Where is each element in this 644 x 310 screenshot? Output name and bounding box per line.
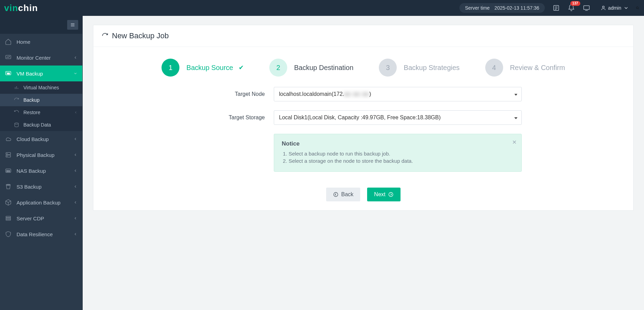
logo-part-2: chin — [18, 3, 38, 13]
chevron-left-icon — [73, 169, 77, 173]
sidebar-item-cloud-backup[interactable]: Cloud Backup — [0, 131, 82, 147]
panel-header: New Backup Job — [93, 25, 633, 47]
svg-text:NAS: NAS — [7, 170, 10, 172]
chevron-left-icon — [73, 184, 77, 189]
arrow-right-icon — [388, 192, 394, 197]
bars-icon — [14, 85, 19, 90]
stack-icon — [5, 215, 12, 222]
chevron-down-icon — [623, 5, 629, 11]
sidebar-subitem-backup[interactable]: Backup — [0, 94, 82, 106]
cloud-icon — [5, 136, 12, 142]
arrow-left-icon — [333, 192, 339, 197]
target-node-value-prefix: localhost.localdomain(172. — [279, 91, 344, 97]
svg-point-29 — [334, 192, 338, 197]
new-backup-job-panel: New Backup Job 1 Backup Source ✔ 2 Backu… — [93, 25, 634, 211]
sidebar-item-label: Backup Data — [23, 122, 51, 128]
brand-logo: vin chin — [4, 3, 38, 13]
task-list-icon[interactable] — [552, 4, 560, 12]
svg-rect-26 — [6, 216, 10, 217]
step-review-confirm[interactable]: 4 Review & Confirm — [485, 59, 565, 77]
search-icon[interactable] — [636, 1, 639, 15]
sidebar-item-label: Virtual Machines — [23, 85, 59, 90]
target-node-value-suffix: ) — [369, 91, 371, 97]
sidebar-item-label: Data Resilience — [17, 231, 53, 237]
logo-part-1: vin — [4, 3, 18, 13]
step-backup-source[interactable]: 1 Backup Source ✔ — [162, 59, 244, 77]
svg-point-7 — [636, 7, 638, 9]
target-node-label: Target Node — [205, 91, 274, 97]
target-node-select[interactable]: localhost.localdomain(172.xx xx xx) — [274, 87, 522, 101]
sidebar-item-home[interactable]: Home — [0, 34, 82, 50]
home-icon — [5, 38, 12, 45]
bucket-icon — [5, 183, 12, 190]
sidebar: Home Monitor Center VM VM Backup Virtual… — [0, 16, 83, 310]
sidebar-item-label: Physical Backup — [17, 152, 54, 158]
sidebar-item-label: VM Backup — [17, 71, 43, 77]
sidebar-item-label: Home — [17, 39, 30, 45]
svg-point-22 — [7, 156, 7, 156]
server-time-pill: Server time 2025-02-13 11:57:36 — [459, 3, 545, 13]
nas-icon: NAS — [5, 167, 12, 174]
shield-icon — [5, 231, 12, 238]
sidebar-item-data-resilience[interactable]: Data Resilience — [0, 226, 82, 242]
wizard-buttons: Back Next — [93, 182, 633, 210]
username-label: admin — [608, 5, 621, 11]
user-menu[interactable]: admin — [601, 5, 629, 11]
chevron-left-icon — [73, 232, 77, 236]
sidebar-subitem-restore[interactable]: Restore — [0, 106, 82, 119]
notice-title: Notice — [282, 140, 514, 147]
monitor-icon — [5, 54, 12, 61]
step-label: Review & Confirm — [510, 64, 565, 72]
display-icon[interactable] — [583, 4, 590, 12]
cube-icon — [5, 199, 12, 206]
next-button[interactable]: Next — [367, 188, 401, 201]
sidebar-subitem-virtual-machines[interactable]: Virtual Machines — [0, 81, 82, 94]
sidebar-item-s3-backup[interactable]: S3 Backup — [0, 179, 82, 194]
sidebar-item-label: S3 Backup — [17, 184, 42, 190]
database-icon — [14, 122, 19, 128]
notice-line: Select a backup node to run this backup … — [289, 151, 514, 157]
server-icon — [5, 151, 12, 158]
chevron-left-icon — [74, 111, 77, 114]
step-label: Backup Destination — [294, 64, 353, 72]
sidebar-item-vm-backup[interactable]: VM VM Backup — [0, 66, 82, 81]
sidebar-subitem-backup-data[interactable]: Backup Data — [0, 119, 82, 131]
undo-icon — [14, 110, 19, 115]
wizard-stepper: 1 Backup Source ✔ 2 Backup Destination 3… — [93, 47, 633, 87]
sidebar-item-application-backup[interactable]: Application Backup — [0, 194, 82, 210]
step-backup-destination[interactable]: 2 Backup Destination — [269, 59, 353, 77]
back-button[interactable]: Back — [326, 188, 361, 201]
chevron-left-icon — [73, 153, 77, 157]
svg-rect-12 — [6, 55, 11, 59]
check-icon: ✔ — [239, 64, 244, 71]
step-number: 3 — [379, 59, 397, 77]
sidebar-item-physical-backup[interactable]: Physical Backup — [0, 147, 82, 163]
server-time-label: Server time — [465, 5, 490, 11]
step-number: 4 — [485, 59, 503, 77]
svg-point-30 — [389, 192, 393, 197]
sidebar-collapse-button[interactable] — [67, 20, 78, 30]
notifications-icon[interactable]: 137 — [568, 4, 575, 12]
back-button-label: Back — [341, 191, 354, 198]
sidebar-item-nas-backup[interactable]: NAS NAS Backup — [0, 163, 82, 179]
notice-line: Select a storage on the node to store th… — [289, 158, 514, 164]
notice-close-button[interactable]: ✕ — [512, 139, 517, 146]
sidebar-item-label: NAS Backup — [17, 168, 46, 174]
step-backup-strategies[interactable]: 3 Backup Strategies — [379, 59, 459, 77]
svg-point-18 — [15, 123, 19, 124]
sidebar-item-monitor-center[interactable]: Monitor Center — [0, 50, 82, 66]
next-button-label: Next — [374, 191, 385, 198]
page-title: New Backup Job — [112, 31, 169, 40]
target-storage-select[interactable]: Local Disk1(Local Disk, Capacity :49.97G… — [274, 110, 522, 125]
server-time-value: 2025-02-13 11:57:36 — [495, 5, 539, 11]
target-node-value-redacted: xx xx xx — [344, 91, 369, 97]
sidebar-item-server-cdp[interactable]: Server CDP — [0, 210, 82, 226]
chevron-down-icon — [73, 71, 77, 76]
step-number: 2 — [269, 59, 287, 77]
app-header: vin chin Server time 2025-02-13 11:57:36… — [0, 0, 644, 16]
target-storage-value: Local Disk1(Local Disk, Capacity :49.97G… — [279, 114, 441, 121]
notification-badge: 137 — [570, 1, 580, 6]
chevron-left-icon — [73, 56, 77, 60]
chevron-left-icon — [73, 200, 77, 204]
sidebar-sublist-vm-backup: Virtual Machines Backup Restore Backup D… — [0, 81, 82, 131]
